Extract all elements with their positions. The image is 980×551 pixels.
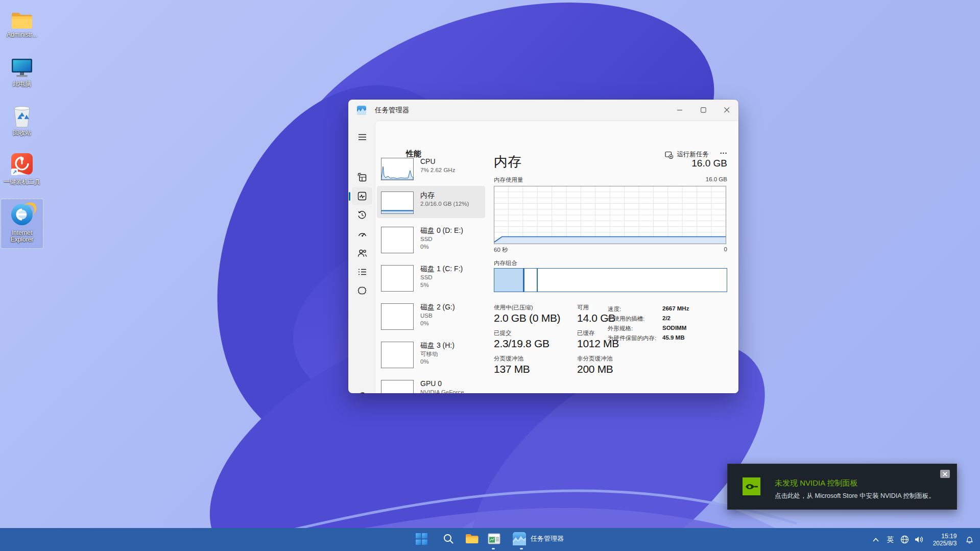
detail-label: 已使用的插槽: — [608, 315, 662, 323]
stat-committed: 已提交2.3/19.8 GB — [494, 329, 567, 350]
system-tray: 英 15:19 2025/8/3 — [869, 528, 980, 551]
detail-value: 45.9 MB — [662, 334, 689, 342]
detail-label: 为硬件保留的内存: — [608, 334, 662, 342]
perf-item-disk3[interactable]: 磁盘 3 (H:) 可移动 0% — [377, 336, 485, 372]
tray-time: 15:19 — [941, 533, 957, 540]
installer-tool-icon: ↗ — [1, 151, 43, 177]
perf-item-title: 磁盘 1 (C: F:) — [420, 264, 463, 274]
nav-processes[interactable] — [352, 169, 372, 186]
search-icon — [443, 533, 454, 544]
perf-item-sub: 7% 2.62 GHz — [420, 166, 455, 174]
tray-date: 2025/8/3 — [933, 540, 957, 547]
task-manager-icon — [513, 532, 526, 545]
bell-icon — [966, 536, 973, 544]
start-button[interactable] — [411, 528, 432, 549]
nav-details[interactable] — [352, 263, 372, 280]
stat-in-use: 使用中(已压缩)2.0 GB (0 MB) — [494, 304, 567, 325]
perf-item-memory[interactable]: 内存 2.0/16.0 GB (12%) — [377, 186, 485, 218]
nav-performance[interactable] — [352, 187, 372, 205]
running-indicator — [520, 548, 523, 549]
memory-composition-label: 内存组合 — [494, 259, 517, 267]
taskbar: 任务管理器 英 15:19 2025/8/3 — [0, 528, 980, 551]
perf-item-sub2: 0% — [420, 243, 463, 251]
perf-item-title: 内存 — [420, 190, 469, 200]
windows-logo-icon — [415, 533, 428, 545]
tray-chevron-button[interactable] — [869, 538, 883, 542]
composition-modified-segment — [524, 269, 538, 292]
volume-button[interactable] — [912, 536, 927, 543]
task-manager-window: 任务管理器 — [348, 100, 738, 393]
toast-body[interactable]: 点击此处，从 Microsoft Store 中安装 NVIDIA 控制面板。 — [775, 492, 935, 500]
perf-item-disk1[interactable]: 磁盘 1 (C: F:) SSD 5% — [377, 259, 485, 296]
disk0-mini-graph — [381, 227, 414, 253]
perf-item-sub: SSD — [420, 235, 463, 243]
time-axis-right: 0 — [724, 246, 727, 254]
processes-icon — [357, 173, 367, 182]
notification-center-button[interactable] — [961, 536, 978, 544]
file-explorer-button[interactable] — [462, 528, 482, 549]
performance-list: CPU 7% 2.62 GHz 内存 2.0/16.0 GB (12%) 磁盘 … — [377, 152, 485, 393]
composition-free-segment — [538, 269, 727, 292]
nvidia-logo-icon — [743, 477, 760, 495]
nav-services[interactable] — [352, 282, 372, 299]
toast-title: 未发现 NVIDIA 控制面板 — [775, 478, 858, 488]
task-manager-taskbar-label: 任务管理器 — [531, 534, 564, 543]
perf-item-title: 磁盘 0 (D: E:) — [420, 226, 463, 235]
desktop-icon-recycle-bin[interactable]: 回收站 — [1, 102, 43, 136]
detail-value: 2/2 — [662, 315, 689, 323]
nvidia-toast-notification[interactable]: 未发现 NVIDIA 控制面板 点击此处，从 Microsoft Store 中… — [727, 464, 957, 510]
detail-value: SODIMM — [662, 325, 689, 332]
search-button[interactable] — [438, 528, 459, 549]
chevron-up-icon — [873, 538, 879, 542]
svg-text:↗: ↗ — [12, 169, 17, 175]
nav-users[interactable] — [352, 244, 372, 261]
nav-startup-apps[interactable] — [352, 225, 372, 243]
perf-item-disk0[interactable]: 磁盘 0 (D: E:) SSD 0% — [377, 221, 485, 257]
selected-indicator — [349, 192, 350, 201]
history-clock-icon — [357, 210, 367, 220]
perf-item-sub: 可移动 — [420, 350, 455, 358]
desktop-icon-installer-tool[interactable]: ↗ 一键装机工具 — [1, 151, 43, 185]
stat-non-paged-pool: 非分页缓冲池200 MB — [577, 355, 619, 376]
perf-item-title: 磁盘 3 (H:) — [420, 341, 455, 350]
stat-paged-pool: 分页缓冲池137 MB — [494, 355, 567, 376]
cpu-mini-graph — [381, 158, 414, 180]
clock[interactable]: 15:19 2025/8/3 — [929, 533, 961, 547]
menu-button[interactable] — [352, 128, 372, 146]
nav-settings[interactable] — [352, 388, 372, 393]
task-manager-taskbar-button[interactable]: 任务管理器 — [509, 528, 568, 549]
detail-label: 外形规格: — [608, 325, 662, 332]
memory-composition-bar[interactable] — [494, 268, 727, 292]
perf-item-disk2[interactable]: 磁盘 2 (G:) USB 0% — [377, 298, 485, 334]
perf-item-cpu[interactable]: CPU 7% 2.62 GHz — [377, 152, 485, 183]
ime-indicator[interactable]: 英 — [883, 535, 897, 544]
legacy-app-button[interactable] — [484, 528, 504, 549]
perf-item-title: 磁盘 2 (G:) — [420, 302, 455, 312]
network-button[interactable] — [897, 535, 912, 544]
desktop-icon-label: 一键装机工具 — [1, 179, 43, 185]
perf-item-gpu0[interactable]: GPU 0 NVIDIA GeForce... 0% (39 °C) — [377, 374, 485, 393]
nav-app-history[interactable] — [352, 206, 372, 224]
perf-item-sub: 2.0/16.0 GB (12%) — [420, 200, 469, 208]
toast-close-button[interactable] — [940, 470, 950, 478]
recycle-bin-icon — [1, 102, 43, 128]
globe-network-icon — [900, 535, 909, 544]
desktop-icon-internet-explorer[interactable]: Internet Explorer — [1, 199, 43, 248]
perf-item-sub: SSD — [420, 274, 463, 281]
memory-total: 16.0 GB — [691, 158, 727, 169]
file-explorer-icon — [465, 533, 479, 544]
perf-item-sub: USB — [420, 312, 455, 320]
detail-value: 2667 MHz — [662, 305, 689, 313]
users-icon — [357, 249, 367, 257]
desktop-icon-label: 回收站 — [1, 130, 43, 136]
perf-item-title: GPU 0 — [420, 379, 469, 389]
disk3-mini-graph — [381, 342, 414, 368]
close-icon — [943, 472, 947, 476]
desktop-icon-label: Administr... — [1, 32, 43, 38]
detail-label: 速度: — [608, 305, 662, 313]
this-pc-icon — [1, 53, 43, 79]
desktop-icon-this-pc[interactable]: 此电脑 — [1, 53, 43, 87]
desktop-icon-admin-folder[interactable]: Administr... — [1, 4, 43, 38]
app-window-icon — [488, 533, 500, 544]
memory-usage-scale-max: 16.0 GB — [706, 176, 727, 184]
